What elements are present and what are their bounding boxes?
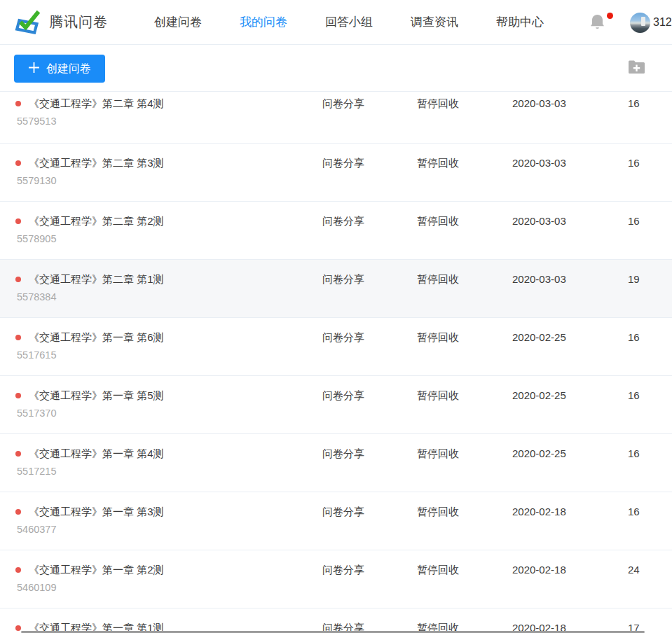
page: 腾讯问卷 创建问卷我的问卷回答小组调查资讯帮助中心 312 [0,0,672,633]
survey-title[interactable]: 《交通工程学》第二章 第4测 [29,97,164,111]
share-action[interactable]: 问卷分享 [322,389,417,403]
username[interactable]: 312 [653,16,672,29]
survey-title-cell: 《交通工程学》第一章 第6测 5517615 [0,331,322,362]
status-dot-icon [15,625,21,631]
status-dot-icon [15,277,21,282]
response-count: 24 [628,563,672,577]
survey-title[interactable]: 《交通工程学》第一章 第3测 [29,506,164,519]
new-folder-button[interactable] [628,59,645,74]
status-dot-icon [15,567,21,573]
survey-date: 2020-02-25 [512,331,628,345]
bell-icon [590,21,605,33]
survey-row[interactable]: 《交通工程学》第一章 第3测 5460377 问卷分享 暂停回收 2020-02… [0,492,672,550]
brand-name: 腾讯问卷 [49,13,108,32]
survey-title[interactable]: 《交通工程学》第二章 第1测 [29,273,164,286]
collection-status[interactable]: 暂停回收 [417,389,512,403]
share-action[interactable]: 问卷分享 [322,447,417,461]
survey-id: 5578384 [17,291,322,304]
response-count: 16 [628,447,672,461]
collection-status[interactable]: 暂停回收 [417,214,512,228]
survey-title-cell: 《交通工程学》第一章 第2测 5460109 [0,563,322,594]
status-dot-icon [15,101,21,106]
status-dot-icon [15,335,21,340]
collection-status[interactable]: 暂停回收 [417,331,512,345]
survey-title[interactable]: 《交通工程学》第二章 第2测 [29,215,164,228]
status-dot-icon [15,393,21,398]
create-survey-button[interactable]: 创建问卷 [14,55,105,83]
survey-row[interactable]: 《交通工程学》第一章 第2测 5460109 问卷分享 暂停回收 2020-02… [0,550,672,608]
response-count: 16 [628,389,672,403]
survey-date: 2020-03-03 [512,272,628,286]
main-nav: 创建问卷我的问卷回答小组调查资讯帮助中心 [154,14,582,30]
share-action[interactable]: 问卷分享 [322,272,417,286]
survey-id: 5517215 [17,466,322,478]
survey-row[interactable]: 《交通工程学》第二章 第2测 5578905 问卷分享 暂停回收 2020-03… [0,202,672,260]
survey-id: 5517370 [17,408,322,420]
survey-row[interactable]: 《交通工程学》第一章 第4测 5517215 问卷分享 暂停回收 2020-02… [0,434,672,492]
survey-date: 2020-03-03 [512,156,628,170]
share-action[interactable]: 问卷分享 [322,331,417,345]
survey-row[interactable]: 《交通工程学》第二章 第4测 5579513 问卷分享 暂停回收 2020-03… [0,92,672,144]
survey-row[interactable]: 《交通工程学》第一章 第6测 5517615 问卷分享 暂停回收 2020-02… [0,318,672,376]
survey-title[interactable]: 《交通工程学》第一章 第5测 [29,389,164,403]
response-count: 16 [628,505,672,519]
response-count: 16 [628,331,672,345]
share-action[interactable]: 问卷分享 [322,505,417,519]
status-dot-icon [15,218,21,224]
survey-title[interactable]: 《交通工程学》第二章 第3测 [29,157,164,170]
survey-title-cell: 《交通工程学》第一章 第5测 5517370 [0,389,322,420]
collection-status[interactable]: 暂停回收 [417,97,512,111]
collection-status[interactable]: 暂停回收 [417,505,512,519]
nav-help-center[interactable]: 帮助中心 [496,14,544,30]
collection-status[interactable]: 暂停回收 [417,272,512,286]
survey-title-cell: 《交通工程学》第二章 第1测 5578384 [0,272,322,304]
survey-date: 2020-02-18 [512,563,628,577]
response-count: 16 [628,214,672,228]
survey-id: 5579130 [17,175,322,188]
share-action[interactable]: 问卷分享 [322,97,417,111]
share-action[interactable]: 问卷分享 [322,214,417,228]
survey-date: 2020-03-03 [512,214,628,228]
user-avatar[interactable] [630,13,650,33]
survey-list: 《交通工程学》第二章 第4测 5579513 问卷分享 暂停回收 2020-03… [0,92,672,632]
top-header: 腾讯问卷 创建问卷我的问卷回答小组调查资讯帮助中心 312 [0,0,672,45]
response-count: 16 [628,97,672,111]
survey-id: 5460109 [17,582,322,594]
survey-row[interactable]: 《交通工程学》第二章 第3测 5579130 问卷分享 暂停回收 2020-03… [0,144,672,202]
survey-row[interactable]: 《交通工程学》第一章 第1测 问卷分享 暂停回收 2020-02-18 17 [0,608,672,632]
survey-date: 2020-02-25 [512,447,628,461]
collection-status[interactable]: 暂停回收 [417,156,512,170]
survey-date: 2020-02-25 [512,389,628,403]
header-right: 312 [590,0,672,45]
collection-status[interactable]: 暂停回收 [417,447,512,461]
survey-row[interactable]: 《交通工程学》第一章 第5测 5517370 问卷分享 暂停回收 2020-02… [0,376,672,434]
brand[interactable]: 腾讯问卷 [14,7,108,38]
collection-status[interactable]: 暂停回收 [417,563,512,577]
survey-title-cell: 《交通工程学》第一章 第4测 5517215 [0,447,322,478]
survey-title-cell: 《交通工程学》第二章 第3测 5579130 [0,156,322,188]
toolbar: 创建问卷 [0,45,672,92]
nav-my-surveys[interactable]: 我的问卷 [240,14,287,30]
survey-id: 5579513 [17,116,322,128]
survey-title-cell: 《交通工程学》第二章 第4测 5579513 [0,97,322,128]
nav-answer-groups[interactable]: 回答小组 [325,14,373,30]
survey-title-cell: 《交通工程学》第一章 第3测 5460377 [0,505,322,536]
survey-row[interactable]: 《交通工程学》第二章 第1测 5578384 问卷分享 暂停回收 2020-03… [0,260,672,318]
survey-title[interactable]: 《交通工程学》第一章 第2测 [29,564,164,577]
unread-badge [607,13,613,19]
share-action[interactable]: 问卷分享 [322,563,417,577]
share-action[interactable]: 问卷分享 [322,156,417,170]
status-dot-icon [15,451,21,457]
survey-id: 5578905 [17,233,322,246]
status-dot-icon [15,160,21,166]
response-count: 19 [628,272,672,286]
folder-plus-icon [628,66,645,76]
survey-title[interactable]: 《交通工程学》第一章 第6测 [29,331,164,345]
survey-title[interactable]: 《交通工程学》第一章 第4测 [29,447,164,461]
response-count: 16 [628,156,672,170]
survey-id: 5460377 [17,524,322,536]
nav-survey-news[interactable]: 调查资讯 [411,14,458,30]
nav-create-survey[interactable]: 创建问卷 [154,14,202,30]
survey-date: 2020-03-03 [512,97,628,111]
notifications-button[interactable] [590,14,605,31]
